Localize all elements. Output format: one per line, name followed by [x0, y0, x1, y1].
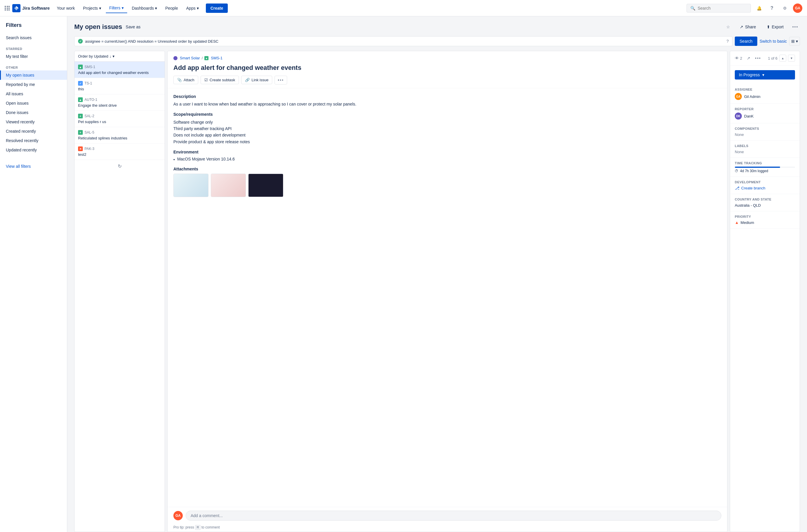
scope-item: Software change only	[173, 119, 721, 126]
share-button[interactable]: ↗ Share	[736, 23, 759, 31]
sidebar-item-created-recently[interactable]: Created recently	[0, 127, 67, 136]
nav-projects[interactable]: Projects ▾	[79, 3, 105, 13]
refresh-icon[interactable]: ↻	[118, 164, 121, 169]
create-subtask-button[interactable]: ☑ Create subtask	[201, 76, 239, 84]
detail-panel: Smart Solar / ▲ SMS-1 Add app alert for …	[167, 51, 728, 532]
jql-input[interactable]: ✓ assignee = currentUser() AND resolutio…	[74, 36, 732, 46]
breadcrumb-issue[interactable]: ▲ SMS-1	[204, 56, 223, 60]
query-text: assignee = currentUser() AND resolution …	[85, 39, 724, 43]
attach-button[interactable]: 📎 Attach	[173, 76, 198, 84]
attachment-image-3	[248, 174, 283, 197]
jira-logo[interactable]: Jira Software	[12, 4, 50, 12]
watch-button[interactable]: 👁 2	[735, 56, 742, 60]
notifications-button[interactable]: 🔔	[754, 3, 764, 13]
export-icon: ⬆	[767, 24, 770, 29]
sidebar-item-resolved-recently[interactable]: Resolved recently	[0, 136, 67, 145]
create-branch-button[interactable]: ⎇ Create branch	[735, 186, 795, 190]
issue-item-sms1[interactable]: ▲ SMS-1 Add app alert for changed weathe…	[75, 62, 165, 78]
sidebar-item-all-issues[interactable]: All issues	[0, 89, 67, 98]
nav-filters[interactable]: Filters ▾	[106, 3, 127, 13]
assignee-field: Assignee GA Gil Admin	[730, 84, 800, 104]
comment-bar: GA Add a comment...	[168, 507, 727, 524]
query-help-icon[interactable]: ?	[726, 39, 729, 43]
help-button[interactable]: ?	[767, 3, 776, 13]
issue-item-sal2[interactable]: + SAL-2 Pet supplies r us	[75, 111, 165, 127]
attachment-thumb-1[interactable]	[173, 174, 208, 197]
more-options-button[interactable]: •••	[791, 22, 800, 32]
jira-logo-diamond	[12, 4, 20, 12]
sidebar-item-updated-recently[interactable]: Updated recently	[0, 145, 67, 155]
more-actions-button[interactable]: •••	[275, 76, 287, 84]
sidebar-item-done-issues[interactable]: Done issues	[0, 108, 67, 117]
search-button[interactable]: Search	[735, 37, 757, 46]
search-input[interactable]	[698, 6, 747, 11]
issue-key: SAL-2	[85, 114, 94, 118]
query-valid-icon: ✓	[78, 39, 83, 43]
create-button[interactable]: Create	[206, 3, 228, 13]
list-header: Order by Updated ↓ ▾	[75, 51, 165, 62]
comment-input[interactable]: Add a comment...	[186, 511, 721, 520]
attachments-row	[173, 174, 721, 197]
issue-type-improvement-icon: +	[78, 114, 83, 118]
sidebar-item-my-test-filter[interactable]: My test filter	[0, 52, 67, 61]
nav-your-work[interactable]: Your work	[53, 3, 78, 13]
next-issue-button[interactable]: ▾	[788, 55, 795, 62]
prev-issue-button[interactable]: ▴	[779, 55, 786, 62]
attachment-thumb-2[interactable]	[211, 174, 246, 197]
sidebar-item-viewed-recently[interactable]: Viewed recently	[0, 117, 67, 127]
link-issue-button[interactable]: 🔗 Link issue	[241, 76, 272, 84]
sidebar: Filters Search issues STARRED My test fi…	[0, 16, 67, 532]
issue-item-ts1[interactable]: ✓ TS-1 this	[75, 78, 165, 94]
issue-item-pak3[interactable]: ✕ PAK-3 test2	[75, 144, 165, 160]
scope-item: Provide product & app store release note…	[173, 138, 721, 145]
issue-type-story-icon: ▲	[78, 97, 83, 102]
bell-icon: 🔔	[757, 6, 762, 11]
switch-to-basic-button[interactable]: Switch to basic	[759, 39, 787, 43]
scope-item: Does not include app alert development	[173, 132, 721, 138]
sidebar-view-all-filters[interactable]: View all filters	[0, 162, 67, 171]
sidebar-item-reported-by-me[interactable]: Reported by me	[0, 80, 67, 89]
clock-icon: ⏱	[735, 169, 738, 173]
labels-value: None	[735, 150, 744, 154]
attachment-thumb-3[interactable]	[248, 174, 283, 197]
sidebar-search-issues[interactable]: Search issues	[0, 33, 67, 42]
app-switcher-icon[interactable]	[5, 6, 10, 11]
main-nav: Your work Projects ▾ Filters ▾ Dashboard…	[53, 3, 687, 13]
breadcrumb: Smart Solar / ▲ SMS-1	[173, 56, 721, 60]
environment-item: • MacOS Mojave Version 10.14.6	[173, 157, 721, 162]
share-icon: ↗	[740, 24, 743, 29]
sort-direction-icon: ↓	[109, 54, 111, 58]
breadcrumb-project[interactable]: Smart Solar	[173, 56, 200, 60]
order-by-button[interactable]: Order by Updated ↓ ▾	[78, 54, 115, 58]
status-chevron-icon: ▾	[762, 73, 764, 77]
view-toggle-button[interactable]: ⊞ ▾	[789, 37, 800, 45]
issue-item-sal5[interactable]: + SAL-5 Reticulated splines industries	[75, 127, 165, 144]
rs-share-button[interactable]: ↗	[747, 56, 750, 60]
assignee-label: Assignee	[735, 88, 795, 91]
nav-dashboards[interactable]: Dashboards ▾	[128, 3, 161, 13]
nav-people[interactable]: People	[162, 3, 182, 13]
sidebar-item-open-issues[interactable]: Open issues	[0, 98, 67, 108]
priority-field: Priority ▲ Medium	[730, 211, 800, 229]
settings-button[interactable]: ⚙	[780, 3, 789, 13]
components-value: None	[735, 132, 744, 137]
environment-value: MacOS Mojave Version 10.14.6	[177, 157, 235, 162]
query-bar: ✓ assignee = currentUser() AND resolutio…	[74, 36, 800, 46]
nav-apps[interactable]: Apps ▾	[183, 3, 202, 13]
global-search[interactable]: 🔍	[687, 4, 751, 13]
user-avatar[interactable]: GA	[793, 3, 802, 13]
issue-item-auto1[interactable]: ▲ AUTO-1 Engage the silent drive	[75, 94, 165, 111]
time-tracking-field: Time tracking ⏱ 4d 7h 30m logged	[730, 158, 800, 177]
star-button[interactable]: ☆	[724, 22, 733, 32]
chevron-down-icon: ▾	[796, 39, 798, 43]
rs-more-button[interactable]: •••	[755, 56, 761, 60]
pro-tip-key: M	[195, 525, 201, 530]
pagination: 1 of 6 ▴ ▾	[768, 55, 795, 62]
save-as-button[interactable]: Save as	[126, 24, 140, 29]
status-button[interactable]: In Progress ▾	[735, 70, 795, 79]
topnav: Jira Software Your work Projects ▾ Filte…	[0, 0, 807, 16]
scope-item: Third party weather tracking API	[173, 126, 721, 132]
issue-counter: 1 of 6	[768, 56, 777, 60]
export-button[interactable]: ⬆ Export	[763, 23, 787, 31]
sidebar-item-my-open-issues[interactable]: My open issues	[0, 71, 67, 80]
